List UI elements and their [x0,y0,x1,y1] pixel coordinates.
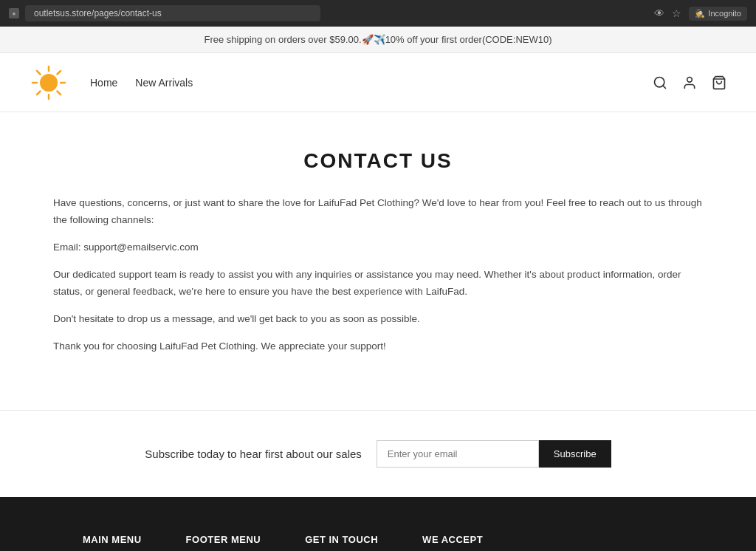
cart-icon [712,75,726,90]
logo-sun-icon [30,64,68,102]
subscribe-button[interactable]: Subscribe [539,440,611,468]
svg-line-6 [58,91,61,95]
contact-email: Email: support@emailservic.com [53,239,703,256]
browser-favicon: ● [9,8,19,18]
subscribe-form: Subscribe [377,440,611,468]
contact-message: Don't hesitate to drop us a message, and… [53,311,703,328]
svg-line-7 [58,71,61,75]
svg-point-11 [687,77,693,82]
nav-home[interactable]: Home [90,77,117,89]
footer-we-accept: We accept AMEX Apple Pay PayPal VISA JCB… [422,534,540,551]
footer-payment-title: We accept [422,534,540,545]
star-icon[interactable]: ☆ [672,7,681,19]
browser-chrome: ● outletsus.store/pages/contact-us 👁 ☆ 🕵… [0,0,756,27]
incognito-badge: 🕵 Incognito [689,7,747,21]
incognito-icon: 🕵 [695,9,705,18]
search-icon [653,75,667,90]
eye-slash-icon[interactable]: 👁 [654,7,664,19]
browser-tab-bar: ● outletsus.store/pages/contact-us [9,5,648,21]
svg-line-10 [663,85,666,88]
subscribe-section: Subscribe today to hear first about our … [0,410,756,497]
contact-support: Our dedicated support team is ready to a… [53,267,703,301]
browser-url[interactable]: outletsus.store/pages/contact-us [25,5,320,21]
page-title: CONTACT US [53,149,703,173]
footer-inner: MAIN MENU Home New Arrivals Footer menu … [83,534,673,551]
cart-button[interactable] [712,75,726,90]
nav-new-arrivals[interactable]: New Arrivals [135,77,193,89]
logo-area[interactable] [30,64,68,102]
svg-line-5 [37,71,41,75]
footer-get-in-touch: Get in touch Email us Live chat [305,534,378,551]
svg-line-8 [37,91,41,95]
footer-contact-title: Get in touch [305,534,378,545]
announcement-bar: Free shipping on orders over $59.00.🚀✈️1… [0,27,756,53]
svg-point-0 [40,74,58,92]
browser-actions: 👁 ☆ 🕵 Incognito [654,7,747,21]
contact-intro: Have questions, concerns, or just want t… [53,195,703,229]
footer-footer-menu: Footer menu [186,534,261,551]
header-icons [653,75,726,90]
announcement-text: Free shipping on orders over $59.00.🚀✈️1… [204,34,551,45]
account-icon [682,75,697,90]
main-content: CONTACT US Have questions, concerns, or … [24,112,732,410]
footer-menu-title: Footer menu [186,534,261,545]
subscribe-label: Subscribe today to hear first about our … [145,448,362,460]
site-footer: MAIN MENU Home New Arrivals Footer menu … [0,497,756,551]
footer-main-menu-title: MAIN MENU [83,534,142,545]
site-header: Home New Arrivals [0,53,756,112]
search-button[interactable] [653,75,667,90]
main-nav: Home New Arrivals [90,77,653,89]
account-button[interactable] [682,75,697,90]
contact-thanks: Thank you for choosing LaifuFad Pet Clot… [53,338,703,355]
subscribe-email-input[interactable] [377,440,539,468]
footer-main-menu: MAIN MENU Home New Arrivals [83,534,142,551]
